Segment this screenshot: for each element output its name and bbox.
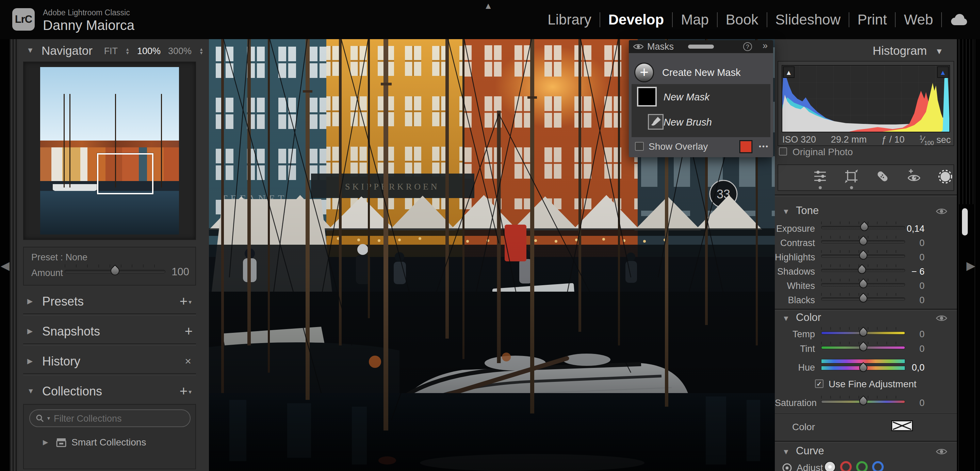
tab-library[interactable]: Library <box>539 11 599 28</box>
use-fine-adjustment-checkbox[interactable]: ✓ <box>815 379 824 388</box>
curve-channel-red-button[interactable] <box>840 461 852 471</box>
slider-value[interactable]: 0 <box>903 344 924 354</box>
highlights-slider[interactable] <box>821 255 905 258</box>
color-eye-icon[interactable] <box>936 314 947 322</box>
new-brush-item[interactable]: New Brush <box>663 117 712 128</box>
hue-slider[interactable] <box>821 366 905 370</box>
slider-value[interactable]: 0 <box>903 329 924 340</box>
masking-tool-icon-active[interactable] <box>937 169 953 184</box>
list-item-smart-collections[interactable]: ▶ Smart Collections <box>24 433 195 452</box>
slider-value[interactable]: 0 <box>903 238 924 248</box>
sidebar-section-history[interactable]: ▶ History × <box>23 350 196 372</box>
tint-slider[interactable] <box>821 346 905 349</box>
slider-value[interactable]: 0 <box>903 295 924 306</box>
red-eye-tool-icon[interactable] <box>906 169 922 184</box>
show-overlay-checkbox[interactable] <box>635 142 644 151</box>
tab-book[interactable]: Book <box>718 11 767 28</box>
targeted-adjustment-icon[interactable] <box>782 463 792 471</box>
clear-history-button[interactable]: × <box>185 355 191 368</box>
contrast-slider[interactable] <box>821 240 905 243</box>
disclosure-triangle-icon[interactable]: ▶ <box>43 438 48 446</box>
slider-value[interactable]: 0 <box>903 252 924 263</box>
use-fine-adjustment-label: Use Fine Adjustment <box>829 379 916 390</box>
cloud-sync-icon[interactable] <box>949 13 969 27</box>
disclosure-triangle-icon[interactable]: ▼ <box>782 314 790 323</box>
add-collection-button[interactable]: +▼ <box>180 383 192 399</box>
slider-thumb[interactable] <box>858 362 869 374</box>
blacks-slider[interactable] <box>821 298 905 301</box>
curve-channel-green-button[interactable] <box>856 461 868 471</box>
slider-value[interactable]: 0,0 <box>903 363 924 373</box>
panel-grip-texture[interactable] <box>10 39 18 471</box>
slider-value[interactable]: − 6 <box>903 266 924 277</box>
zoom-stepper-icon[interactable]: ▲▼ <box>125 48 130 55</box>
search-scope-caret-icon[interactable]: ▼ <box>46 415 51 421</box>
disclosure-triangle-icon[interactable]: ▼ <box>27 46 34 55</box>
disclosure-triangle-icon[interactable]: ▶ <box>27 297 33 305</box>
histogram-chart[interactable]: ▲ ▲ <box>782 65 950 132</box>
highlight-clipping-indicator[interactable]: ▲ <box>937 66 949 78</box>
sidebar-section-collections[interactable]: ▼ Collections +▼ <box>23 380 196 403</box>
disclosure-triangle-icon[interactable]: ▶ <box>27 327 33 335</box>
search-input[interactable] <box>54 412 183 425</box>
curve-eye-icon[interactable] <box>936 447 947 456</box>
shadows-slider[interactable] <box>821 269 905 272</box>
tone-eye-icon[interactable] <box>936 207 947 215</box>
healing-tool-icon[interactable] <box>875 169 891 184</box>
tab-map[interactable]: Map <box>673 11 717 28</box>
zoom-stepper-icon[interactable]: ▲▼ <box>199 48 204 55</box>
dock-panel-chevrons-icon[interactable]: » <box>762 40 768 51</box>
temp-slider[interactable] <box>821 331 905 334</box>
disclosure-triangle-icon[interactable]: ▼ <box>782 447 790 457</box>
new-brush-thumbnail[interactable] <box>648 114 663 130</box>
collapse-top-panel-arrow-icon[interactable]: ▲ <box>484 1 493 11</box>
add-preset-button[interactable]: +▼ <box>180 294 192 309</box>
crop-tool-icon[interactable] <box>843 169 859 184</box>
zoom-300-button[interactable]: 300% <box>168 46 192 56</box>
no-color-swatch[interactable] <box>891 420 913 431</box>
tab-slideshow[interactable]: Slideshow <box>767 11 849 28</box>
collapse-left-panel-arrow-icon[interactable]: ◀ <box>1 259 10 272</box>
saturation-slider[interactable] <box>821 400 905 403</box>
whites-slider[interactable] <box>821 283 905 286</box>
zoom-fit-button[interactable]: FIT <box>104 46 118 56</box>
tab-web[interactable]: Web <box>896 11 941 28</box>
amount-slider-track[interactable] <box>65 270 165 273</box>
masks-drag-handle[interactable] <box>688 45 714 49</box>
masks-visibility-eye-icon[interactable] <box>633 43 644 50</box>
disclosure-triangle-icon[interactable]: ▼ <box>27 387 34 395</box>
curve-channel-all-button[interactable] <box>824 461 836 471</box>
create-new-mask-button[interactable]: + <box>634 63 654 82</box>
help-icon[interactable]: ? <box>743 42 752 51</box>
navigator-view-rectangle[interactable] <box>97 153 153 194</box>
disclosure-triangle-icon[interactable]: ▶ <box>27 357 33 365</box>
shadow-clipping-indicator[interactable]: ▲ <box>783 66 795 78</box>
right-panel-scrollbar[interactable] <box>962 208 968 236</box>
navigator-header[interactable]: ▼ Navigator FIT ▲▼ 100% 300% ▲▼ <box>10 39 209 61</box>
expand-right-panel-arrow-icon[interactable]: ▶ <box>966 259 975 272</box>
filter-collections-field[interactable]: ▼ <box>29 409 191 427</box>
zoom-100-button[interactable]: 100% <box>137 46 161 56</box>
left-edge-strip: ◀ <box>0 39 10 471</box>
slider-value[interactable]: 0 <box>903 281 924 291</box>
edit-sliders-tool-icon[interactable] <box>812 169 828 184</box>
new-mask-thumbnail[interactable] <box>637 87 657 107</box>
sidebar-section-snapshots[interactable]: ▶ Snapshots + <box>23 320 196 343</box>
add-snapshot-button[interactable]: + <box>185 324 192 339</box>
amount-value[interactable]: 100 <box>172 266 189 278</box>
disclosure-triangle-icon[interactable]: ▼ <box>935 47 943 56</box>
new-mask-item[interactable]: New Mask <box>663 92 710 103</box>
overlay-options-dots-icon[interactable]: ••• <box>759 143 769 150</box>
navigator-thumbnail[interactable] <box>40 67 179 234</box>
slider-value[interactable]: 0,14 <box>903 224 924 234</box>
tab-print[interactable]: Print <box>850 11 895 28</box>
exposure-slider[interactable] <box>821 226 905 229</box>
slider-row-temp: Temp 0 <box>775 326 957 341</box>
sidebar-section-presets[interactable]: ▶ Presets +▼ <box>23 290 196 313</box>
overlay-color-swatch[interactable] <box>740 140 752 153</box>
disclosure-triangle-icon[interactable]: ▼ <box>782 207 790 216</box>
slider-value[interactable]: 0 <box>903 398 924 408</box>
tab-develop[interactable]: Develop <box>600 11 672 28</box>
curve-channel-blue-button[interactable] <box>872 461 884 471</box>
original-photo-checkbox[interactable] <box>779 147 787 156</box>
